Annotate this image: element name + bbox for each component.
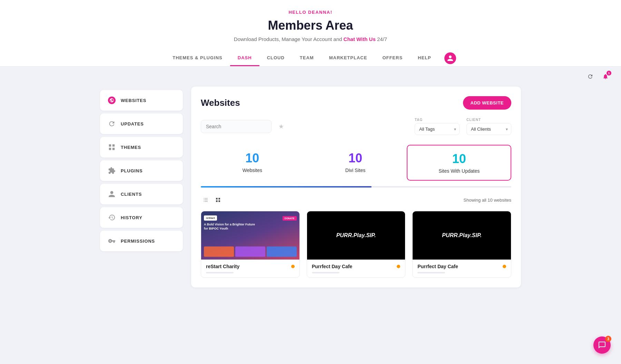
websites-title: Websites: [201, 98, 240, 108]
sidebar-item-label-permissions: PERMISSIONS: [121, 239, 155, 244]
progress-fill: [201, 186, 372, 188]
sidebar-item-plugins[interactable]: PLUGINS: [100, 160, 183, 181]
sidebar-item-websites[interactable]: WEBSITES: [100, 90, 183, 111]
grid-view-icon[interactable]: [213, 195, 223, 205]
sidebar-item-updates[interactable]: UPDATES: [100, 113, 183, 134]
sidebar-item-label-plugins: PLUGINS: [121, 168, 142, 173]
tag-filter-group: TAG All Tags: [415, 118, 460, 135]
subtitle-pre: Download Products, Manage Your Account a…: [234, 36, 342, 42]
main-content: Websites ADD WEBSITE ★ TAG All Tags: [191, 87, 521, 287]
notification-icon[interactable]: 1: [600, 71, 611, 82]
card-body: reStart Charity: [201, 260, 299, 277]
card-name-row: reStart Charity: [206, 264, 295, 269]
stat-websites-label: Websites: [207, 168, 298, 173]
card-name-restart: reStart Charity: [206, 264, 239, 269]
star-filter-button[interactable]: ★: [276, 121, 286, 132]
card-name-purr-2: Purrfect Day Cafe: [417, 264, 458, 269]
website-card-purr-2[interactable]: PURR.Play.SIP. Purrfect Day Cafe: [412, 211, 511, 278]
subtitle: Download Products, Manage Your Account a…: [0, 36, 621, 42]
stat-updates-number: 10: [414, 152, 504, 166]
stat-divi-label: Divi Sites: [310, 168, 401, 173]
stat-divi-number: 10: [310, 151, 401, 165]
sidebar-item-clients[interactable]: CLIENTS: [100, 184, 183, 204]
client-filter-label: CLIENT: [466, 118, 511, 122]
stat-websites-number: 10: [207, 151, 298, 165]
search-input[interactable]: [201, 120, 272, 133]
content-card: Websites ADD WEBSITE ★ TAG All Tags: [191, 87, 521, 287]
avatar[interactable]: [444, 52, 456, 64]
sidebar-item-label-history: HISTORY: [121, 215, 142, 220]
stat-divi-sites[interactable]: 10 Divi Sites: [304, 145, 407, 181]
status-dot-purr-2: [503, 265, 506, 268]
stat-websites[interactable]: 10 Websites: [201, 145, 304, 181]
card-name-purr-1: Purrfect Day Cafe: [312, 264, 353, 269]
filters-row: ★ TAG All Tags CLIENT: [201, 118, 511, 135]
tab-offers[interactable]: OFFERS: [375, 50, 410, 66]
card-thumbnail-purr-1: PURR.Play.SIP.: [307, 211, 405, 260]
sidebar-item-label-themes: THEMES: [121, 145, 141, 150]
list-view-icon[interactable]: [201, 195, 210, 205]
client-select[interactable]: All Clients: [466, 123, 511, 135]
view-icons: [201, 195, 223, 205]
hello-greeting: HELLO DEANNA!: [0, 10, 621, 15]
sidebar: WEBSITES UPDATES THEMES PLUGINS CLIENTS: [100, 87, 183, 287]
client-filter-group: CLIENT All Clients: [466, 118, 511, 135]
page-title: Members Area: [0, 18, 621, 33]
nav-tabs: THEMES & PLUGINS DASH CLOUD TEAM MARKETP…: [0, 50, 621, 66]
status-dot-restart: [291, 265, 295, 268]
stat-updates-label: Sites With Updates: [414, 168, 504, 174]
card-bar: [206, 272, 234, 273]
chat-bubble[interactable]: 3: [593, 336, 611, 354]
sidebar-item-history[interactable]: HISTORY: [100, 207, 183, 228]
tab-help[interactable]: HELP: [410, 50, 439, 66]
toolbar: 1: [0, 67, 621, 87]
card-bar: [417, 272, 445, 273]
card-body: Purrfect Day Cafe: [413, 260, 511, 277]
tab-marketplace[interactable]: MARKETPLACE: [322, 50, 375, 66]
sidebar-item-label-websites: WEBSITES: [121, 98, 146, 103]
main-nav: THEMES & PLUGINS DASH CLOUD TEAM MARKETP…: [165, 50, 456, 66]
tab-cloud[interactable]: CLOUD: [259, 50, 292, 66]
user-icon: [107, 189, 117, 199]
notification-badge: 1: [607, 71, 611, 75]
status-dot-purr-1: [397, 265, 400, 268]
card-thumbnail-purr-2: PURR.Play.SIP.: [413, 211, 511, 260]
stats-row: 10 Websites 10 Divi Sites 10 Sites With …: [201, 145, 511, 181]
chat-link[interactable]: Chat With Us: [344, 36, 376, 42]
sidebar-item-label-updates: UPDATES: [121, 121, 144, 127]
showing-count: Showing all 10 websites: [463, 198, 511, 203]
website-card-restart[interactable]: reStart DONATE A Bold Vision for a Brigh…: [201, 211, 300, 278]
progress-bar: [201, 186, 511, 188]
websites-header: Websites ADD WEBSITE: [201, 96, 511, 110]
website-card-purr-1[interactable]: PURR.Play.SIP. Purrfect Day Cafe: [307, 211, 406, 278]
main-layout: WEBSITES UPDATES THEMES PLUGINS CLIENTS: [90, 87, 531, 301]
refresh-icon[interactable]: [585, 71, 595, 82]
puzzle-icon: [107, 166, 117, 175]
tab-team[interactable]: TEAM: [292, 50, 322, 66]
tab-dash[interactable]: DASH: [230, 50, 259, 66]
stat-sites-with-updates[interactable]: 10 Sites With Updates: [407, 145, 511, 181]
tag-filter-label: TAG: [415, 118, 460, 122]
layout-icon: [107, 142, 117, 152]
card-thumbnail-restart: reStart DONATE A Bold Vision for a Brigh…: [201, 211, 299, 260]
card-name-row: Purrfect Day Cafe: [417, 264, 506, 269]
sidebar-item-label-clients: CLIENTS: [121, 192, 142, 197]
key-icon: [107, 236, 117, 246]
sidebar-item-themes[interactable]: THEMES: [100, 137, 183, 158]
globe-icon: [107, 95, 117, 105]
card-bar: [312, 272, 339, 273]
subtitle-post: 24/7: [377, 36, 387, 42]
tag-select[interactable]: All Tags: [415, 123, 460, 135]
sidebar-item-permissions[interactable]: PERMISSIONS: [100, 231, 183, 251]
card-body: Purrfect Day Cafe: [307, 260, 405, 277]
add-website-button[interactable]: ADD WEBSITE: [463, 96, 512, 110]
history-icon: [107, 213, 117, 222]
chat-badge: 3: [605, 336, 611, 342]
card-name-row: Purrfect Day Cafe: [312, 264, 401, 269]
top-header: HELLO DEANNA! Members Area Download Prod…: [0, 0, 621, 67]
websites-grid: reStart DONATE A Bold Vision for a Brigh…: [201, 211, 511, 278]
refresh-icon: [107, 119, 117, 129]
view-controls-row: Showing all 10 websites: [201, 195, 511, 205]
tab-themes-plugins[interactable]: THEMES & PLUGINS: [165, 50, 230, 66]
